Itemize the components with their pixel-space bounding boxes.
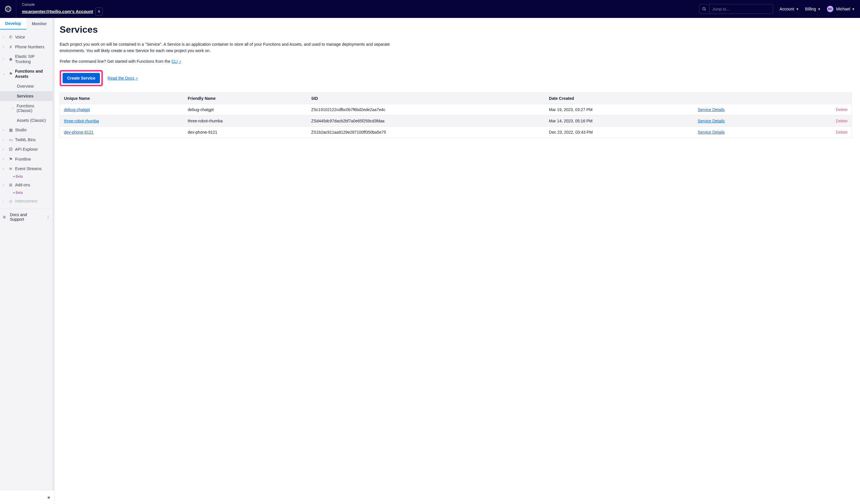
svg-point-1 <box>6 8 8 9</box>
table-row: debug-chatgpt debug-chatgpt ZSc19102122c… <box>60 104 852 116</box>
read-docs-link[interactable]: Read the Docs↗ <box>108 76 138 80</box>
topbar-right: Account▼ Billing▼ MC Michael ▼ <box>699 4 855 14</box>
cell-date: Dec 23, 2022, 03:43 PM <box>545 127 694 138</box>
sidebar-item-event-streams[interactable]: › ≋ Event Streams <box>0 164 53 174</box>
interconnect-icon: ◎ <box>8 199 13 204</box>
account-menu[interactable]: Account▼ <box>779 7 799 11</box>
sidebar-item-label: Event Streams <box>15 166 51 172</box>
sidebar-item-studio[interactable]: › ▦ Studio <box>0 125 53 135</box>
console-label: Console <box>22 3 103 7</box>
cell-sid: ZSc19102122cdfbc0b7f6bd2ede2aa7e4c <box>307 104 545 116</box>
account-menu-label: Account <box>779 7 794 11</box>
svg-line-6 <box>705 10 706 11</box>
collapse-icon: « <box>47 495 50 500</box>
sidebar-item-addons[interactable]: › ⊞ Add-ons <box>0 180 53 190</box>
sidebar-item-label: TwiML Bins <box>15 137 51 143</box>
account-link[interactable]: mcarpenter@twilio.com's Account <box>22 9 93 14</box>
cli-line: Prefer the command line? Get started wit… <box>60 59 852 64</box>
external-link-icon: ↗ <box>179 60 181 63</box>
sidebar-tabs: Develop Monitor <box>0 18 53 30</box>
service-details-link[interactable]: Service Details <box>698 107 725 112</box>
page-title: Services <box>60 24 852 35</box>
chevron-right-icon: › <box>3 57 6 61</box>
chevron-down-icon: ▼ <box>852 8 855 11</box>
delete-link[interactable]: Delete <box>836 107 848 112</box>
main-content: Services Each project you work on will b… <box>55 18 860 504</box>
sidebar-collapse[interactable]: « <box>0 490 54 504</box>
sidebar-item-voice[interactable]: › ✆ Voice <box>0 32 53 42</box>
cli-link[interactable]: CLI↗ <box>171 59 181 64</box>
col-delete <box>794 93 852 104</box>
sidebar-item-phone-numbers[interactable]: › # Phone Numbers <box>0 42 53 52</box>
account-area: Console mcarpenter@twilio.com's Account … <box>16 3 109 16</box>
addons-icon: ⊞ <box>8 182 13 188</box>
brand-logo[interactable] <box>0 0 16 18</box>
sidebar-item-label: API Explorer <box>15 147 51 152</box>
service-details-link[interactable]: Service Details <box>698 119 725 123</box>
col-details <box>693 93 794 104</box>
studio-icon: ▦ <box>8 128 13 133</box>
service-unique-link[interactable]: dev-phone-9121 <box>64 130 94 135</box>
user-menu[interactable]: MC Michael ▼ <box>827 6 855 12</box>
billing-menu-label: Billing <box>805 7 816 11</box>
updown-icon: ⇅ <box>98 10 100 13</box>
cell-sid: ZSd445dc97dacb2bf7a0e65f259cd3fdaa <box>307 116 545 127</box>
cell-friendly: debug-chatgpt <box>184 104 307 116</box>
sidebar-item-api-explorer[interactable]: › ⚄ API Explorer <box>0 145 53 154</box>
col-sid: SID <box>307 93 545 104</box>
twilio-icon <box>5 6 11 12</box>
map-icon: ⚄ <box>8 147 13 152</box>
chevron-right-icon: › <box>3 45 6 49</box>
search-button[interactable] <box>699 4 709 14</box>
chevron-right-icon: › <box>3 183 6 187</box>
sidebar-item-functions-assets[interactable]: ⌄ ⚑ Functions and Assets <box>0 66 53 81</box>
svg-point-4 <box>9 10 10 11</box>
search-input[interactable] <box>709 4 773 14</box>
sidebar-subitems: Overview Services › Functions (Classic) … <box>0 81 53 125</box>
sidebar-item-label: Frontline <box>15 157 51 162</box>
chevron-down-icon: ▼ <box>818 8 821 11</box>
sidebar-item-label: Functions (Classic) <box>17 104 49 113</box>
sidebar-item-assets-classic[interactable]: Assets (Classic) <box>0 116 53 125</box>
sidebar-item-services[interactable]: Services <box>0 91 53 101</box>
cell-friendly: three-robot-rhumba <box>184 116 307 127</box>
billing-menu[interactable]: Billing▼ <box>805 7 821 11</box>
col-unique-name: Unique Name <box>60 93 184 104</box>
chevron-right-icon: › <box>3 158 6 161</box>
service-unique-link[interactable]: three-robot-rhumba <box>64 119 99 123</box>
delete-link[interactable]: Delete <box>836 130 848 135</box>
chevron-down-icon: ▼ <box>796 8 799 11</box>
cell-date: Mar 19, 2023, 03:27 PM <box>545 104 694 116</box>
sidebar-item-functions-classic[interactable]: › Functions (Classic) <box>0 101 53 116</box>
globe-icon: ⊕ <box>2 215 7 219</box>
service-unique-link[interactable]: debug-chatgpt <box>64 107 90 112</box>
table-row: dev-phone-9121 dev-phone-9121 ZS1b2ac911… <box>60 127 852 138</box>
tab-monitor[interactable]: Monitor <box>26 18 53 30</box>
sidebar-item-elastic-sip[interactable]: › ◉ Elastic SIP Trunking <box>0 52 53 66</box>
sidebar-item-overview[interactable]: Overview <box>0 81 53 91</box>
highlight-annotation: Create Service <box>60 70 103 86</box>
service-details-link[interactable]: Service Details <box>698 130 725 135</box>
docs-support-row[interactable]: ⊕ Docs and Support ⋮ <box>0 209 53 225</box>
cell-sid: ZS1b2ac911aa9129e287100ff350ba5e75 <box>307 127 545 138</box>
beta-badge: Beta <box>13 175 23 180</box>
chevron-right-icon: › <box>3 148 6 152</box>
create-service-button[interactable]: Create Service <box>62 73 100 83</box>
tab-develop[interactable]: Develop <box>0 18 26 30</box>
search-wrap <box>699 4 773 14</box>
account-switcher[interactable]: ⇅ <box>95 8 103 16</box>
read-docs-label: Read the Docs <box>108 76 134 80</box>
sidebar-item-frontline[interactable]: › ⚑ Frontline <box>0 154 53 164</box>
sidebar-item-twiml-bins[interactable]: › ▭ TwiML Bins <box>0 135 53 145</box>
external-link-icon: ↗ <box>135 77 138 80</box>
more-icon[interactable]: ⋮ <box>45 215 51 219</box>
avatar: MC <box>827 6 833 12</box>
delete-link[interactable]: Delete <box>836 119 848 123</box>
sidebar-item-label: Studio <box>15 128 51 133</box>
sidebar-item-label: Elastic SIP Trunking <box>15 54 51 64</box>
svg-point-0 <box>5 6 11 12</box>
cell-date: Mar 14, 2023, 05:16 PM <box>545 116 694 127</box>
sidebar-item-label: Functions and Assets <box>15 69 51 79</box>
sidebar-item-interconnect[interactable]: › ◎ Interconnect <box>0 196 53 206</box>
sidebar-item-label: Voice <box>15 35 51 40</box>
